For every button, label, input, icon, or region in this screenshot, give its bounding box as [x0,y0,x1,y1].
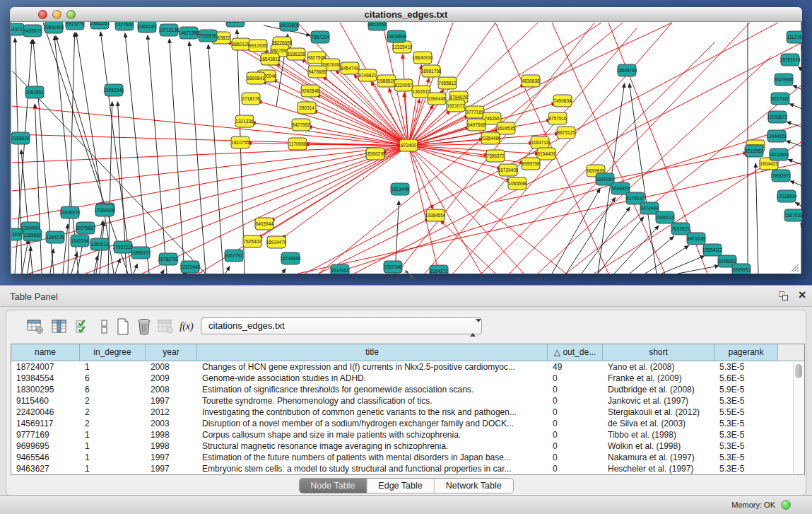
graph-node[interactable]: 20053346 [104,84,124,96]
graph-node[interactable]: 19384554 [425,209,446,221]
graph-node[interactable]: 10653267 [90,22,110,29]
graph-node[interactable]: 1394275 [46,231,64,243]
column-header-3[interactable]: title [197,344,548,361]
graph-edge[interactable] [71,252,77,274]
graph-node[interactable]: 14671358 [179,27,199,39]
citation-network-graph[interactable]: 1872400779638228860128891293528226058982… [11,22,802,274]
graph-node[interactable]: 6466140 [138,22,156,33]
select-rows-button[interactable] [74,317,93,336]
graph-node[interactable]: 9245051 [732,264,751,274]
graph-edge[interactable] [162,270,164,274]
graph-node[interactable]: 18724007 [399,139,419,151]
table-row[interactable]: 1456911722003Disruption of a novel membe… [11,418,804,429]
graph-edge[interactable] [225,267,230,274]
graph-node[interactable]: 8215953 [745,145,763,157]
table-row[interactable]: 977716911998Corpus callosum shape and si… [11,429,804,440]
graph-node[interactable]: 1810755 [231,136,249,148]
graph-edge[interactable] [645,245,689,274]
graph-node[interactable]: 8427552 [292,119,310,131]
graph-node[interactable]: 9475685 [308,66,326,78]
graph-node[interactable]: 7625402 [243,235,261,247]
graph-edge[interactable] [453,23,672,274]
graph-node[interactable]: 8995758 [522,158,540,170]
graph-node[interactable]: 1512345 [226,22,245,27]
graph-node[interactable]: 8813054 [368,22,387,30]
graph-edge[interactable] [262,81,408,146]
graph-node[interactable]: 8471676 [687,233,705,245]
table-row[interactable]: 1830029562008Estimation of significance … [11,384,804,395]
window-resize-grip[interactable] [789,262,799,272]
graph-node[interactable]: 1170066 [288,138,307,150]
graph-node[interactable]: 8454749 [341,62,359,74]
graph-node[interactable]: 17359928 [95,204,115,216]
graph-node[interactable]: 17016504 [777,190,797,202]
graph-edge[interactable] [789,104,802,109]
table-row[interactable]: 911546021997Tourette syndrome. Phenomeno… [11,395,804,407]
graph-node[interactable]: 1167533 [784,209,802,221]
graph-node[interactable]: 16648784 [617,64,637,76]
graph-edge[interactable] [142,146,408,274]
create-table-button[interactable] [114,317,132,336]
graph-node[interactable]: 9512954 [331,264,349,274]
graph-edge[interactable] [755,163,758,274]
graph-node[interactable]: 5938923 [611,182,630,194]
column-header-4[interactable]: △ out_de... [548,344,603,361]
graph-edge[interactable] [408,65,421,146]
graph-node[interactable]: 7450834 [553,95,572,107]
graph-node[interactable]: 4830838 [522,75,540,87]
graph-node[interactable]: 7857224 [311,31,329,43]
graph-node[interactable]: 1065598 [508,177,526,189]
graph-edge[interactable] [21,150,33,274]
graph-edge[interactable] [440,221,495,274]
float-panel-button[interactable] [779,291,789,301]
graph-node[interactable]: 20364486 [481,132,501,144]
graph-edge[interactable] [801,223,802,226]
graph-edge[interactable] [552,23,665,274]
graph-node[interactable]: 12323445 [180,261,201,273]
graph-node[interactable]: 9154409 [537,148,555,160]
graph-node[interactable]: 1990448 [428,93,446,105]
graph-node[interactable]: 7632621 [671,223,690,235]
graph-node[interactable]: 12093872 [767,111,788,123]
graph-node[interactable]: 1112753 [787,31,802,43]
graph-node[interactable]: 16543812 [260,53,281,65]
graph-node[interactable]: 1327602 [115,22,134,30]
graph-node[interactable]: 9146821 [358,69,377,81]
graph-node[interactable]: 1513445 [391,183,409,195]
tab-edge-table[interactable]: Edge Table [367,479,434,493]
graph-node[interactable]: 18640910 [413,52,433,64]
column-header-6[interactable]: pagerank [714,344,778,361]
graph-node[interactable]: 1350513 [90,238,109,250]
graph-node[interactable]: 1156829 [11,132,30,144]
graph-node[interactable]: 8164371 [430,265,448,274]
graph-node[interactable]: 15992971 [771,170,792,182]
graph-node[interactable]: 9457791 [225,250,243,262]
graph-edge[interactable] [282,146,408,238]
graph-edge[interactable] [56,36,100,184]
graph-node[interactable]: 9890841 [247,72,265,84]
graph-node[interactable]: 20206576 [60,206,81,218]
graph-node[interactable]: 9242848 [301,85,319,97]
graph-node[interactable]: 9435572 [23,25,42,37]
graph-node[interactable]: 16210643 [769,148,789,160]
graph-node[interactable]: 8913279 [66,22,84,30]
graph-edge[interactable] [790,181,802,186]
window-titlebar[interactable]: citations_edges.txt [10,7,802,22]
delete-table-button[interactable] [135,317,153,336]
graph-node[interactable]: 2718176 [242,93,260,105]
graph-node[interactable]: 1588520 [377,75,396,87]
graph-node[interactable]: 8186328 [287,48,305,60]
graph-node[interactable]: 9777169 [466,106,484,118]
graph-node[interactable]: 3624535 [497,122,515,134]
graph-node[interactable]: 8757516 [548,112,567,124]
table-row[interactable]: 1872400712008Changes of HCN gene express… [11,361,804,373]
graph-edge[interactable] [282,269,286,274]
graph-edge[interactable] [538,57,771,274]
graph-edge[interactable] [661,256,705,274]
graph-node[interactable]: 8912935 [249,40,267,52]
table-vertical-scrollbar[interactable] [793,362,804,474]
graph-edge[interactable] [28,247,31,274]
column-header-2[interactable]: year [146,344,197,361]
graph-node[interactable]: 6403944 [255,218,273,230]
graph-node[interactable]: 16914479 [266,236,287,248]
